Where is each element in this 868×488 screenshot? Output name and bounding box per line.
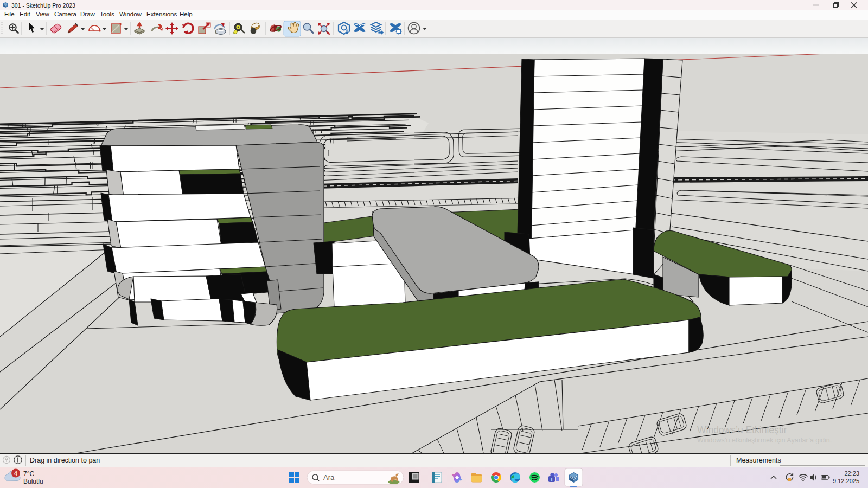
svg-text:9.12.2025: 9.12.2025 (833, 478, 859, 484)
svg-text:Measurements: Measurements (736, 457, 781, 464)
svg-text:Bulutlu: Bulutlu (23, 478, 43, 485)
svg-text:Windows’u Etkinleştir: Windows’u Etkinleştir (697, 425, 787, 435)
svg-text:Drag in direction to pan: Drag in direction to pan (30, 457, 100, 464)
svg-text:4: 4 (14, 470, 17, 477)
svg-text:Ara: Ara (323, 473, 335, 481)
svg-text:7°C: 7°C (23, 470, 34, 478)
svg-text:T: T (550, 477, 553, 482)
svg-text:22:23: 22:23 (844, 470, 859, 477)
svg-text:Windows’u etkinleştirmek için: Windows’u etkinleştirmek için Ayarlar’a … (697, 436, 832, 444)
